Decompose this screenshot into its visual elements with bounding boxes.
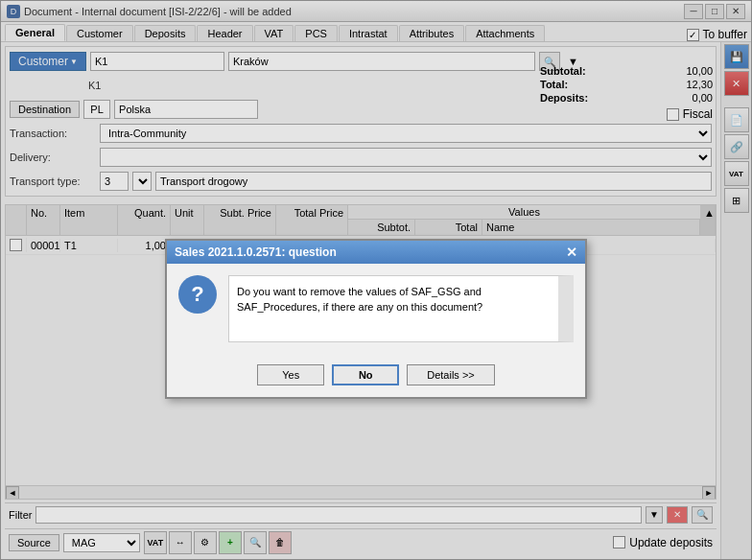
dialog-no-button[interactable]: No bbox=[332, 364, 399, 385]
dialog-title-text: Sales 2021.1.0.2571: question bbox=[175, 245, 337, 259]
dialog-close-btn[interactable]: ✕ bbox=[566, 245, 577, 260]
dialog-body: ? bbox=[167, 264, 585, 357]
dialog-overlay: Sales 2021.1.0.2571: question ✕ ? Yes No… bbox=[0, 0, 752, 560]
dialog-details-button[interactable]: Details >> bbox=[407, 364, 495, 385]
dialog-question-icon: ? bbox=[178, 275, 217, 314]
dialog-yes-button[interactable]: Yes bbox=[257, 364, 324, 385]
dialog-buttons: Yes No Details >> bbox=[167, 357, 585, 397]
dialog: Sales 2021.1.0.2571: question ✕ ? Yes No… bbox=[165, 239, 587, 399]
dialog-title-bar: Sales 2021.1.0.2571: question ✕ bbox=[167, 241, 585, 264]
dialog-message-text bbox=[228, 275, 574, 342]
dialog-text-area bbox=[228, 275, 574, 345]
